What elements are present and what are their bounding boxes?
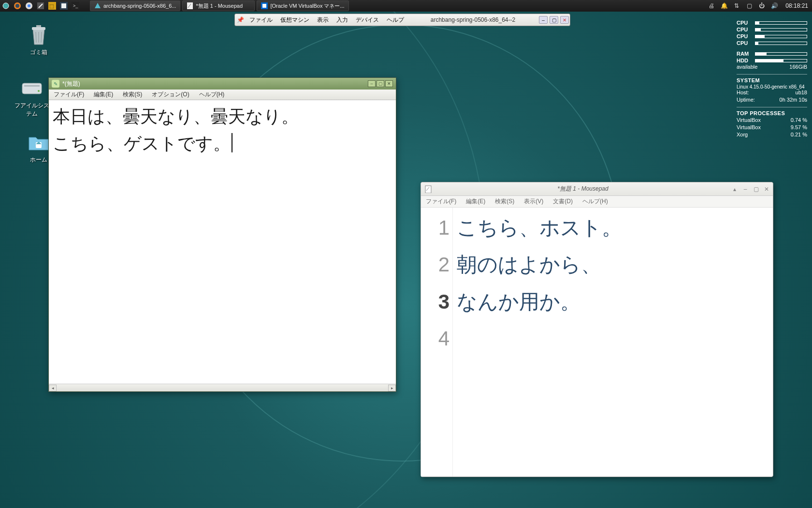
menu-search[interactable]: 検索(S) — [118, 90, 147, 99]
text-line: こちら、ホスト。 — [457, 209, 769, 246]
menu-file[interactable]: ファイル(F) — [49, 90, 89, 99]
line-number: 1 — [421, 209, 450, 246]
svg-point-0 — [3, 3, 9, 9]
power-icon[interactable]: ⏻ — [757, 1, 766, 10]
vbox-icon[interactable]: ⬚ — [47, 0, 58, 11]
leafpad-window: ✎ *(無題) – ▢ ✕ ファイル(F) 編集(E) 検索(S) オプション(… — [48, 77, 396, 392]
menu-edit[interactable]: 編集(E) — [89, 90, 118, 99]
system-header: SYSTEM — [737, 77, 807, 83]
maximize-button[interactable]: ▢ — [377, 80, 384, 87]
top-processes-header: TOP PROCESSES — [737, 110, 807, 116]
vbox-menu-devices[interactable]: デバイス — [352, 16, 383, 24]
hdd-bar — [755, 59, 807, 62]
desktop-filesystem[interactable]: フアイルシステム — [13, 76, 51, 118]
vbox-menubar: 📌 ファイル 仮想マシン 表示 入力 デバイス ヘルプ archbang-spr… — [234, 14, 570, 26]
cpu-label: CPU — [737, 40, 755, 46]
scroll-right-button[interactable]: ▸ — [388, 385, 396, 391]
leafpad-titlebar[interactable]: ✎ *(無題) – ▢ ✕ — [49, 78, 396, 90]
available-label: available — [737, 64, 757, 71]
host-value: ub18 — [796, 90, 807, 97]
available-value: 166GiB — [789, 64, 807, 71]
vbox-vm-title: archbang-spring-0506-x86_64--2 — [408, 16, 538, 23]
svg-rect-14 — [262, 4, 266, 8]
cpu-bar — [755, 35, 807, 38]
mousepad-title: *無題 1 - Mousepad — [435, 185, 731, 193]
taskbar-item-vbox[interactable]: [Oracle VM VirtualBox マネー... — [257, 0, 348, 11]
hdd-label: HDD — [737, 58, 755, 63]
leafpad-title: *(無題) — [62, 80, 80, 88]
horizontal-scrollbar[interactable]: ◂ ▸ — [49, 384, 396, 391]
line-number: 4 — [421, 320, 450, 357]
cpu-label: CPU — [737, 20, 755, 26]
printer-icon[interactable]: 🖨 — [707, 1, 716, 10]
desktop-icon-label: フアイルシステム — [13, 102, 51, 118]
keep-above-button[interactable]: ▴ — [731, 186, 738, 193]
desktop-trash[interactable]: ゴミ箱 — [19, 23, 58, 57]
menu-help[interactable]: ヘルプ(H) — [578, 197, 613, 206]
minimize-button[interactable]: – — [742, 186, 749, 193]
maximize-button[interactable]: ▢ — [753, 186, 759, 193]
minimize-button[interactable]: – — [368, 80, 376, 87]
leafpad-menubar: ファイル(F) 編集(E) 検索(S) オプション(O) ヘルプ(H) — [49, 90, 396, 100]
svg-text:>_: >_ — [73, 3, 78, 8]
drive-icon — [20, 76, 44, 100]
mousepad-window: *無題 1 - Mousepad ▴ – ▢ ✕ ファイル(F) 編集(E) 検… — [420, 182, 773, 477]
maximize-button[interactable]: ▢ — [550, 16, 558, 24]
chrome-icon[interactable] — [24, 0, 34, 11]
scroll-left-button[interactable]: ◂ — [49, 385, 57, 391]
cpu-label: CPU — [737, 33, 755, 39]
app-icon[interactable] — [58, 0, 69, 11]
vbox-menu-help[interactable]: ヘルプ — [383, 16, 408, 24]
vbox-menu-machine[interactable]: 仮想マシン — [276, 16, 313, 24]
taskbar-item-mousepad[interactable]: *無題 1 - Mousepad — [182, 0, 255, 11]
close-button[interactable]: ✕ — [763, 186, 770, 193]
system-monitor: CPUCPUCPUCPU RAM HDD available166GiB SYS… — [737, 19, 807, 139]
svg-point-22 — [38, 90, 40, 92]
menu-edit[interactable]: 編集(E) — [461, 197, 490, 206]
pin-icon[interactable]: 📌 — [235, 16, 246, 23]
vbox-menu-view[interactable]: 表示 — [313, 16, 333, 24]
taskbar-item-label: *無題 1 - Mousepad — [196, 2, 243, 10]
menu-icon[interactable] — [0, 0, 11, 11]
menu-help[interactable]: ヘルプ(H) — [194, 90, 230, 99]
vbox-menu-input[interactable]: 入力 — [333, 16, 352, 24]
line-number: 2 — [421, 246, 450, 283]
svg-rect-9 — [61, 3, 66, 8]
text-line: 朝のはよから、 — [457, 246, 769, 283]
svg-rect-24 — [425, 186, 431, 193]
svg-rect-12 — [187, 2, 193, 9]
minimize-button[interactable]: – — [539, 16, 548, 24]
clock[interactable]: 08:18:21 — [785, 2, 808, 9]
ram-label: RAM — [737, 51, 755, 57]
svg-rect-21 — [24, 85, 40, 87]
menu-file[interactable]: ファイル(F) — [421, 197, 461, 206]
leafpad-app-icon: ✎ — [52, 80, 59, 88]
taskbar-item-label: archbang-spring-0506-x86_6... — [103, 3, 176, 9]
volume-icon[interactable]: 🔊 — [770, 1, 779, 10]
svg-point-2 — [15, 4, 19, 8]
leafpad-textarea[interactable]: 本日は、曇天なり、曇天なり。 こちら、ゲストです。 — [49, 100, 396, 384]
taskbar-item-archbang[interactable]: archbang-spring-0506-x86_6... — [90, 0, 180, 11]
menu-options[interactable]: オプション(O) — [147, 90, 194, 99]
mousepad-app-icon — [424, 185, 433, 194]
mousepad-titlebar[interactable]: *無題 1 - Mousepad ▴ – ▢ ✕ — [421, 182, 773, 196]
desktop-icon-label: ゴミ箱 — [19, 48, 58, 57]
menu-search[interactable]: 検索(S) — [490, 197, 519, 206]
close-button[interactable]: ✕ — [385, 80, 393, 87]
firefox-icon[interactable] — [12, 0, 23, 11]
terminal-icon[interactable]: >_ — [70, 0, 81, 11]
taskbar-item-label: [Oracle VM VirtualBox マネー... — [270, 2, 344, 10]
network-icon[interactable]: ⇅ — [732, 1, 741, 10]
uptime-label: Uptime: — [737, 97, 755, 104]
display-icon[interactable]: ▢ — [745, 1, 754, 10]
uptime-value: 0h 32m 10s — [780, 97, 807, 104]
kernel-info: Linux 4.15.0-50-generic x86_64 — [737, 84, 807, 90]
menu-document[interactable]: 文書(D) — [548, 197, 578, 206]
close-button[interactable]: ✕ — [560, 16, 569, 24]
menu-view[interactable]: 表示(V) — [519, 197, 548, 206]
editor-icon[interactable] — [35, 0, 46, 11]
vbox-menu-file[interactable]: ファイル — [246, 16, 276, 24]
cpu-bar — [755, 28, 807, 31]
notification-icon[interactable]: 🔔 — [720, 1, 728, 10]
mousepad-textarea[interactable]: こちら、ホスト。 朝のはよから、 なんか用か。 — [453, 208, 773, 477]
